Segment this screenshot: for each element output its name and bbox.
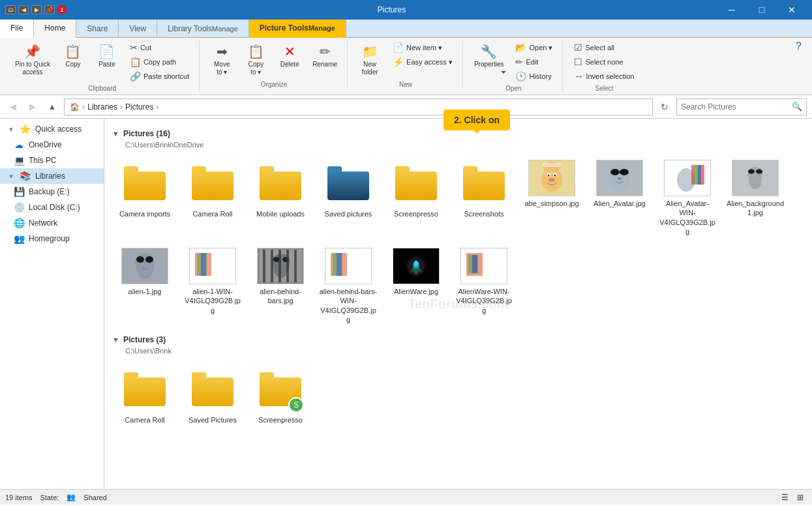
view-grid-button[interactable]: ⊞ bbox=[794, 491, 807, 504]
history-button[interactable]: 🕑 History bbox=[511, 69, 557, 83]
file-item-alien-1[interactable]: alien-1.jpg bbox=[112, 242, 177, 327]
new-item-icon: 📄 bbox=[393, 42, 404, 53]
organize-label: Organize bbox=[261, 81, 288, 88]
file-item-alien-behind-bars-win[interactable]: alien-behind-bars-WIN-V4IGLQ39G2B.jpg bbox=[316, 242, 381, 327]
copy-path-button[interactable]: 📋 Copy path bbox=[125, 55, 194, 69]
alien-1-win-svg bbox=[192, 250, 234, 282]
folder-icon-camera-imports bbox=[121, 160, 168, 207]
new-folder-label: Newfolder bbox=[362, 61, 378, 76]
sidebar-item-local-disk[interactable]: 💿 Local Disk (C:) bbox=[0, 200, 104, 215]
invert-selection-button[interactable]: ↔ Invert selection bbox=[569, 69, 639, 83]
minimize-button[interactable]: ─ bbox=[717, 0, 747, 20]
tab-library-manage[interactable]: Library ToolsManage bbox=[157, 20, 249, 37]
search-box[interactable]: 🔍 bbox=[676, 98, 807, 115]
tab-home[interactable]: Home bbox=[34, 20, 76, 38]
pin-to-quick-access-button[interactable]: 📌 Pin to Quickaccess bbox=[10, 40, 55, 80]
file-item-alien-behind-bars[interactable]: alien-behind-bars.jpg bbox=[248, 242, 313, 327]
back-button[interactable]: ◀ bbox=[5, 99, 21, 115]
path-pictures[interactable]: Pictures bbox=[125, 102, 153, 112]
pin-icon: 📌 bbox=[24, 44, 40, 59]
sidebar-item-quick-access[interactable]: ▼ ⭐ Quick access bbox=[0, 121, 104, 137]
open-button[interactable]: 📂 Open ▾ bbox=[511, 40, 557, 55]
select-all-button[interactable]: ☑ Select all bbox=[569, 40, 639, 55]
file-item-mobile-uploads[interactable]: Mobile uploads bbox=[248, 154, 313, 239]
sidebar-item-onedrive[interactable]: ☁ OneDrive bbox=[0, 137, 104, 153]
new-item-button[interactable]: 📄 New item ▾ bbox=[388, 40, 457, 55]
title-bar-icon-2[interactable]: ◀ bbox=[18, 5, 29, 14]
file-label-alien-avatar-win: Alien_Avatar-WIN-V4IGLQ39G2B.jpg bbox=[658, 199, 717, 236]
copy-to-label: Copyto ▾ bbox=[248, 61, 263, 76]
file-item-screenpresso[interactable]: Screenpresso bbox=[383, 154, 449, 239]
file-item-saved-pictures-2[interactable]: Saved Pictures bbox=[180, 360, 245, 428]
sidebar-item-homegroup[interactable]: 👥 Homegroup bbox=[0, 231, 104, 246]
svg-rect-8 bbox=[543, 163, 561, 167]
copy-to-button[interactable]: 📋 Copyto ▾ bbox=[240, 40, 271, 80]
file-item-alien-1-win[interactable]: alien-1-WIN-V4IGLQ39G2B.jpg bbox=[180, 242, 245, 327]
paste-button[interactable]: 📄 Paste bbox=[91, 40, 123, 72]
maximize-button[interactable]: □ bbox=[747, 0, 777, 20]
file-item-camera-roll-2[interactable]: Camera Roll bbox=[112, 360, 177, 428]
copy-button[interactable]: 📋 Copy bbox=[57, 40, 89, 72]
file-item-alien-bg[interactable]: Alien_background1.jpg bbox=[723, 154, 788, 239]
paste-shortcut-button[interactable]: 🔗 Paste shortcut bbox=[125, 69, 194, 83]
file-label-alien-behind-bars: alien-behind-bars.jpg bbox=[251, 287, 310, 306]
refresh-button[interactable]: ↻ bbox=[657, 99, 672, 115]
tab-share[interactable]: Share bbox=[76, 20, 119, 37]
file-item-saved-pictures[interactable]: Saved pictures bbox=[316, 154, 381, 239]
up-button[interactable]: ▲ bbox=[44, 99, 60, 115]
title-bar-icon-4[interactable]: 📌 bbox=[44, 5, 55, 14]
rename-button[interactable]: ✏ Rename bbox=[308, 40, 342, 72]
file-item-alien-avatar[interactable]: Alien_Avatar.jpg bbox=[587, 154, 652, 239]
sidebar-item-network[interactable]: 🌐 Network bbox=[0, 215, 104, 231]
easy-access-button[interactable]: ⚡ Easy access ▾ bbox=[388, 55, 457, 69]
new-label: New bbox=[399, 81, 412, 88]
forward-button[interactable]: ▶ bbox=[25, 99, 40, 115]
select-all-icon: ☑ bbox=[574, 42, 582, 53]
search-input[interactable] bbox=[681, 102, 792, 112]
help-button[interactable]: ? bbox=[790, 40, 807, 52]
thumb-alien-1 bbox=[121, 248, 168, 284]
sidebar-item-this-pc[interactable]: 💻 This PC bbox=[0, 153, 104, 168]
move-to-button[interactable]: ➡ Moveto ▾ bbox=[206, 40, 237, 80]
file-label-mobile-uploads: Mobile uploads bbox=[256, 209, 305, 218]
sidebar-label-local-disk: Local Disk (C:) bbox=[29, 203, 80, 212]
delete-button[interactable]: ✕ Delete bbox=[274, 40, 305, 72]
clipboard-small-btns: ✂ Cut 📋 Copy path 🔗 Paste shortcut bbox=[125, 40, 194, 83]
address-path[interactable]: 🏠 › Libraries › Pictures › bbox=[64, 98, 653, 115]
section-1-expand[interactable]: ▼ bbox=[112, 130, 119, 138]
sidebar-item-libraries[interactable]: ▼ 📚 Libraries bbox=[0, 168, 104, 184]
file-item-alienware[interactable]: AlienWare.jpg bbox=[383, 242, 449, 327]
tab-picture-manage[interactable]: Picture ToolsManage bbox=[249, 20, 346, 38]
file-item-alienware-win[interactable]: AlienWare-WIN-V4IGLQ39G2B.jpg bbox=[451, 242, 517, 327]
file-item-camera-imports[interactable]: Camera imports bbox=[112, 154, 177, 239]
properties-button[interactable]: 🔧 Properties bbox=[470, 40, 509, 72]
close-button[interactable]: ✕ bbox=[777, 0, 807, 20]
status-bar: 19 items State: 👥 Shared ☰ ⊞ bbox=[0, 489, 812, 505]
path-libraries[interactable]: Libraries bbox=[87, 102, 117, 112]
title-bar-icon-3[interactable]: ▶ bbox=[31, 5, 42, 14]
tab-file[interactable]: File bbox=[0, 20, 34, 38]
svg-rect-41 bbox=[271, 250, 273, 282]
file-item-screenpresso-2[interactable]: S Screenpresso bbox=[248, 360, 313, 428]
open-label: Open bbox=[505, 85, 521, 92]
folder-icon-saved-pictures-2 bbox=[189, 366, 236, 413]
sidebar-item-backup[interactable]: 💾 Backup (E:) bbox=[0, 184, 104, 200]
edit-button[interactable]: ✏ Edit bbox=[511, 55, 557, 69]
file-item-abe-simpson[interactable]: abe_simpson.jpg bbox=[519, 154, 584, 239]
section-2-path: C:\Users\Brink bbox=[125, 347, 804, 355]
select-none-button[interactable]: ☐ Select none bbox=[569, 55, 639, 69]
cut-button[interactable]: ✂ Cut bbox=[125, 40, 194, 55]
title-bar-icon-1[interactable]: 🗂 bbox=[5, 5, 16, 14]
new-folder-icon: 📁 bbox=[362, 44, 378, 59]
tab-view[interactable]: View bbox=[119, 20, 157, 37]
paste-shortcut-label: Paste shortcut bbox=[143, 72, 189, 80]
file-item-screenshots[interactable]: Screenshots bbox=[451, 154, 517, 239]
new-folder-button[interactable]: 📁 Newfolder bbox=[354, 40, 385, 80]
section-2-expand[interactable]: ▼ bbox=[112, 336, 119, 344]
history-icon: 🕑 bbox=[515, 71, 526, 82]
file-item-alien-avatar-win[interactable]: Alien_Avatar-WIN-V4IGLQ39G2B.jpg bbox=[655, 154, 720, 239]
folder-icon-camera-roll-2 bbox=[121, 366, 168, 413]
view-list-button[interactable]: ☰ bbox=[778, 491, 791, 504]
copy-icon: 📋 bbox=[65, 44, 81, 59]
file-item-camera-roll[interactable]: Camera Roll bbox=[180, 154, 245, 239]
